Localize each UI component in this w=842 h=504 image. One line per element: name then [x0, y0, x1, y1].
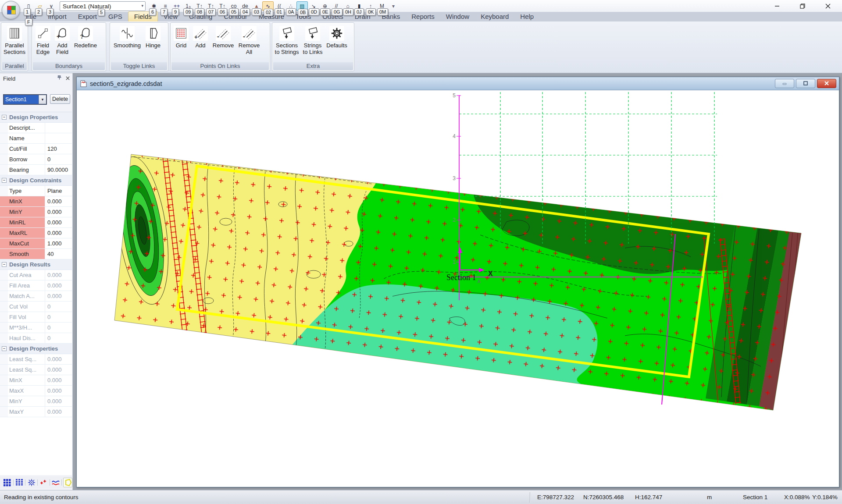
add-field-button[interactable]: +AddField — [53, 25, 71, 62]
house-icon[interactable]: ⌂0H — [342, 1, 353, 11]
strings-to-links-button[interactable]: Stringsto Links — [300, 25, 325, 62]
delete-button[interactable]: Delete — [50, 94, 70, 104]
plus-plus-icon[interactable]: ++9 — [171, 1, 182, 11]
property-value[interactable] — [45, 133, 72, 143]
field-edge-button[interactable]: FieldEdge — [33, 25, 53, 62]
hatch-icon[interactable]: //0G — [331, 1, 342, 11]
t-up-icon[interactable]: T↑08 — [194, 1, 205, 11]
grid-icon[interactable] — [3, 478, 12, 487]
svg-text:+: + — [194, 34, 198, 40]
points-icon[interactable] — [39, 478, 48, 487]
co-icon[interactable]: co05 — [228, 1, 239, 11]
doc-restore-icon[interactable] — [796, 79, 815, 88]
qat-overflow-icon[interactable]: ▾ — [388, 1, 399, 11]
collapse-icon[interactable]: − — [2, 178, 7, 183]
property-value[interactable]: 0.000 — [45, 407, 72, 417]
flag-icon[interactable]: M0M — [376, 1, 388, 11]
drawing-canvas[interactable]: 5 4 3 2 1 Section 1 X A — [77, 90, 839, 487]
property-value[interactable]: 0.000 — [45, 365, 72, 375]
de-icon[interactable]: de04 — [239, 1, 251, 11]
section-header[interactable]: −Design Properties — [0, 344, 72, 354]
application-menu-button[interactable] — [2, 1, 20, 19]
tab-help[interactable]: Help — [514, 12, 539, 21]
doc-close-icon[interactable] — [817, 79, 836, 88]
collapse-icon[interactable]: − — [2, 262, 7, 267]
globe-icon[interactable]: ⊕0E — [319, 1, 331, 11]
collapse-icon[interactable]: − — [2, 115, 7, 120]
doc-minimize-icon[interactable] — [775, 79, 794, 88]
polygon-icon[interactable] — [63, 478, 72, 487]
property-value[interactable]: 0.000 — [45, 354, 72, 364]
property-value[interactable] — [45, 123, 72, 133]
hinge-button[interactable]: Hinge — [143, 25, 163, 62]
section-select-dropdown[interactable]: Section1 ▼ — [3, 94, 47, 105]
property-value[interactable]: 0.000 — [45, 386, 72, 396]
defaults-button[interactable]: Defaults — [325, 25, 349, 62]
property-value[interactable]: 0 — [45, 312, 72, 322]
remove-all-points-icon: - — [242, 26, 257, 41]
remove-all-points-button[interactable]: -RemoveAll — [236, 25, 262, 62]
close-panel-icon[interactable] — [65, 75, 70, 82]
points-icon[interactable]: ∴0A — [285, 1, 296, 11]
section-header[interactable]: −Design Constraints — [0, 175, 72, 186]
chevron-down-icon[interactable]: ▼ — [39, 95, 46, 104]
property-value[interactable]: 0.000 — [45, 291, 72, 301]
property-value[interactable]: 0 — [45, 154, 72, 164]
property-value[interactable]: 0.000 — [45, 375, 72, 385]
property-value[interactable]: 0.000 — [45, 396, 72, 406]
star-pen-icon[interactable]: ✱6 — [148, 1, 160, 11]
property-value[interactable]: 0.000 — [45, 228, 72, 238]
remove-link-point-button[interactable]: -Remove — [210, 25, 236, 62]
chart-icon[interactable]: ▮0J — [353, 1, 365, 11]
minimize-window-icon[interactable] — [767, 1, 787, 11]
open-folder-icon[interactable]: ▱2 — [34, 1, 46, 11]
section-header[interactable]: −Design Results — [0, 259, 72, 270]
property-value[interactable]: 40 — [45, 249, 72, 259]
wave-icon[interactable]: ∿02 — [262, 1, 274, 11]
property-value[interactable]: 0.000 — [45, 280, 72, 291]
t-up-icon[interactable]: T↑07 — [205, 1, 217, 11]
t-up-icon[interactable]: T↑06 — [217, 1, 228, 11]
numbers-icon[interactable]: 1₃09 — [182, 1, 194, 11]
property-value[interactable]: 0.000 — [45, 207, 72, 217]
close-window-icon[interactable] — [818, 1, 838, 11]
chevron-down-icon[interactable]: ▾ — [141, 4, 143, 8]
tab-window[interactable]: Window — [440, 12, 475, 21]
grid-points-button[interactable]: Grid — [171, 25, 191, 62]
sections-to-strings-button[interactable]: Sectionsto Strings — [273, 25, 300, 62]
redefine-button[interactable]: ?Redefine — [71, 25, 100, 62]
property-value[interactable]: 1.000 — [45, 238, 72, 248]
tab-reports[interactable]: Reports — [406, 12, 440, 21]
property-value[interactable]: Plane — [45, 186, 72, 196]
surface-select-dropdown[interactable]: Surface1 (Natural)▾5 — [60, 1, 146, 11]
up-arrow-icon[interactable]: ↑0K — [365, 1, 376, 11]
pin-icon[interactable] — [57, 75, 62, 82]
document-titlebar[interactable]: section5_ezigrade.cdsdat — [77, 77, 839, 90]
sun-icon[interactable] — [27, 478, 36, 487]
property-value[interactable]: 0 — [45, 323, 72, 333]
property-value[interactable]: 0.000 — [45, 270, 72, 280]
parallel-sections-button[interactable]: ParallelSections — [2, 25, 27, 62]
bars-pen-icon[interactable]: ≡7 — [160, 1, 171, 11]
profile-icon[interactable] — [51, 478, 61, 487]
tab-keyboard[interactable]: Keyboard — [475, 12, 514, 21]
expand-icon[interactable]: ↘0D — [308, 1, 319, 11]
property-value[interactable]: 90.0000 — [45, 165, 72, 175]
add-link-point-button[interactable]: +Add — [191, 25, 210, 62]
smoothing-button[interactable]: Smoothing — [111, 25, 143, 62]
columns-icon[interactable] — [15, 478, 24, 487]
collapse-icon[interactable]: − — [2, 346, 7, 351]
section-header[interactable]: −Design Properties — [0, 112, 72, 123]
property-value[interactable]: 0 — [45, 333, 72, 343]
layers-icon[interactable]: ▤0B — [296, 1, 308, 11]
paren-icon[interactable]: ((01 — [274, 1, 285, 11]
restore-window-icon[interactable] — [793, 1, 812, 11]
new-doc-icon[interactable]: ▯1 — [23, 1, 34, 11]
tab-gps[interactable]: GPS — [103, 12, 128, 21]
property-value[interactable]: 0 — [45, 302, 72, 312]
property-value[interactable]: 120 — [45, 144, 72, 154]
property-value[interactable]: 0.000 — [45, 217, 72, 227]
property-value[interactable]: 0.000 — [45, 196, 72, 206]
check-icon[interactable]: ∨3 — [46, 1, 57, 11]
triangle-icon[interactable]: ▲03 — [251, 1, 262, 11]
